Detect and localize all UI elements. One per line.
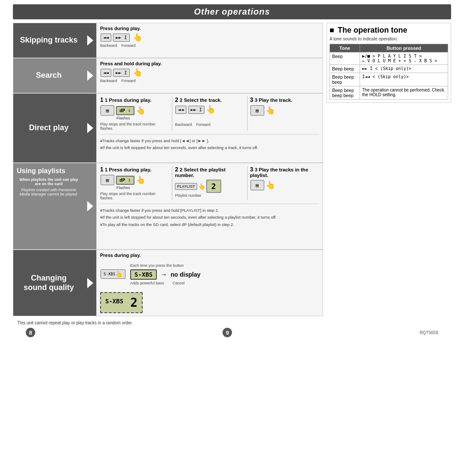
playlist-when-note: When playlists the unit can play are on …	[17, 177, 81, 186]
playlist-display: dP ∶	[116, 176, 134, 185]
direct-play-step1-header: 1 1 Press during play.	[100, 96, 169, 103]
sq-display-big-area: S-XBS 2	[100, 290, 319, 313]
changing-sq-arrow	[84, 250, 96, 316]
page-numbers-row: 8 9 RQT5658	[13, 328, 451, 337]
search-forward-label: Forward	[122, 79, 136, 83]
direct-play-notes: ¥Tracks change faster if you press and h…	[100, 134, 319, 151]
direct-play-note2: ¥If the unit is left stopped for about t…	[100, 145, 319, 150]
sq-press-label: Press during play.	[100, 253, 319, 258]
skipping-tracks-arrow	[84, 23, 96, 58]
tone-row4-button: The operation cannot be performed. Check…	[360, 86, 448, 100]
tone-row1-button: ▶/■ > P L A Y L I S T > ← V O L U M E + …	[360, 52, 448, 65]
using-playlists-title: Using playlists	[17, 167, 65, 175]
search-hand-icon: 👆	[133, 68, 142, 77]
playlist-note1: ¥Tracks change faster if you press and h…	[100, 207, 319, 213]
playlist-flashes-label: Flashes	[116, 186, 130, 190]
direct-play-display: dP ∶	[116, 106, 134, 115]
page-num-right: 9	[223, 328, 232, 337]
tone-row2-tone: Beep beep	[330, 65, 360, 73]
direct-play-step3-hand: 👆	[266, 106, 275, 115]
sq-cancel: Cancel	[173, 281, 185, 285]
direct-play-step2-header: 2 2 Select the track.	[175, 96, 244, 103]
direct-play-step2-icons: ◄◄ ►► I 👆	[175, 105, 244, 120]
changing-sound-quality-label: Changing sound quality	[13, 250, 84, 316]
direct-play-step1-icons: ▤ dP ∶ 👆 Flashes	[100, 105, 169, 120]
table-row: Beep beep beep beep The operation cannot…	[330, 86, 448, 100]
playlist-num-display: 2	[206, 180, 221, 193]
arrow-icon	[87, 278, 93, 288]
table-row: Beep beep beep I◄◄ < (Skip only)>	[330, 73, 448, 86]
divider1	[172, 96, 172, 131]
search-arrow	[84, 58, 96, 93]
playlist-step3: 3 3 Play the tracks in the playlist. ▤ 👆	[250, 166, 319, 197]
skip-icons-row: ◄◄ ►► I 👆	[100, 33, 319, 42]
search-backward-btn[interactable]: ◄◄	[101, 69, 111, 77]
model-number: RQT5658	[420, 330, 438, 335]
search-press-label: Press and hold during play.	[100, 61, 319, 66]
direct-play-step3-header: 3 3 Play the track.	[250, 96, 319, 103]
playlist-step2-hand: 👆	[198, 183, 205, 190]
sq-display-sxbs-label: S-XBS	[105, 298, 123, 305]
direct-play-hand-icon: 👆	[136, 106, 145, 115]
playlist-unit-btn[interactable]: ▤	[101, 175, 114, 185]
search-icons-row: ◄◄ ►► I 👆	[100, 68, 319, 77]
sq-arrow-icon: →	[160, 271, 167, 278]
right-panel: ■ The operation tone A tone sounds to in…	[327, 23, 451, 316]
arrow-icon	[87, 70, 93, 81]
using-playlists-label: Using playlists When playlists the unit …	[13, 163, 84, 249]
sq-sxbs-box: S-XBS	[130, 269, 157, 280]
direct-play-unit-btn[interactable]: ▤	[101, 105, 114, 116]
tone-row2-button: ►► I < (Skip only)>	[360, 65, 448, 73]
direct-play-back-btn[interactable]: ◄◄	[175, 106, 186, 114]
divider3	[172, 166, 172, 200]
sq-display-big: S-XBS 2	[100, 292, 143, 313]
sq-no-display: no display	[171, 271, 200, 278]
skip-press-label: Press during play.	[100, 26, 319, 31]
playlist-number-label: Playlist number	[175, 193, 201, 198]
using-playlists-steps: 1 1 Press during play. ▤ dP ∶ 👆 Flashes	[96, 163, 323, 249]
changing-sound-quality-row: Changing sound quality Press during play…	[13, 250, 323, 316]
direct-play-note1: ¥Tracks change faster if you press and h…	[100, 138, 319, 143]
sq-flow: Each time you press the button S-XBS → n…	[130, 263, 200, 285]
playlist-play-btn[interactable]: ▤	[250, 180, 264, 190]
sq-sxbs-flow: S-XBS → no display	[130, 269, 200, 280]
direct-play-stops-note: Play stops and the track number flashes.	[100, 122, 169, 131]
search-forward-btn[interactable]: ►► I	[113, 69, 130, 77]
direct-play-play-btn[interactable]: ▤	[250, 105, 264, 116]
divider2	[247, 96, 247, 131]
playlist-step3-hand: 👆	[266, 180, 275, 190]
arrow-icon	[87, 35, 93, 46]
direct-play-steps-row: 1 1 Press during play. ▤ dP ∶ 👆 Flashes	[100, 96, 319, 131]
search-bf-labels: Backward Forward	[100, 78, 319, 83]
playlist-btn[interactable]: PLAYLIST	[175, 183, 197, 190]
tone-row3-tone: Beep beep beep	[330, 73, 360, 86]
skipping-tracks-steps: Press during play. ◄◄ ►► I 👆 Backward Fo…	[96, 23, 323, 58]
playlist-step3-header: 3 3 Play the tracks in the playlist.	[250, 166, 319, 178]
table-row: Beep beep ►► I < (Skip only)>	[330, 65, 448, 73]
sq-each-time: Each time you press the button	[130, 263, 200, 268]
playlist-step2-icons: PLAYLIST 👆 2 Playlist number	[175, 180, 244, 198]
skip-forward-label: Forward	[122, 43, 136, 48]
sxbs-button[interactable]: S-XBS👆	[101, 269, 125, 279]
direct-play-fwd-btn[interactable]: ►► I	[188, 106, 205, 114]
footer: This unit cannot repeat play or play tra…	[13, 320, 451, 325]
tone-row4-tone: Beep beep beep beep	[330, 86, 360, 100]
tone-row1-tone: Beep	[330, 52, 360, 65]
playlist-steps-row: 1 1 Press during play. ▤ dP ∶ 👆 Flashes	[100, 166, 319, 200]
changing-sq-steps: Press during play. S-XBS👆 Each time you …	[96, 250, 323, 316]
direct-play-label: Direct play	[13, 94, 84, 162]
playlist-step1-header: 1 1 Press during play.	[100, 166, 169, 173]
tone-section: ■ The operation tone A tone sounds to in…	[327, 23, 451, 103]
playlist-note3: ¥To play all the tracks on the SD card, …	[100, 222, 319, 227]
arrow-icon	[87, 201, 93, 211]
skip-backward-btn[interactable]: ◄◄	[101, 34, 111, 42]
playlist-notes: ¥Tracks change faster if you press and h…	[100, 204, 319, 227]
skip-forward-btn[interactable]: ►► I	[113, 34, 130, 42]
tone-row3-button: I◄◄ < (Skip only)>	[360, 73, 448, 86]
skip-backward-label: Backward	[100, 43, 117, 48]
sq-icon-row: S-XBS👆 Each time you press the button S-…	[100, 263, 319, 285]
skipping-tracks-label: Skipping tracks	[13, 23, 84, 58]
tone-col1-header: Tone	[330, 44, 360, 52]
skip-hand-icon: 👆	[133, 33, 142, 42]
page-title: Other operations	[13, 7, 451, 17]
